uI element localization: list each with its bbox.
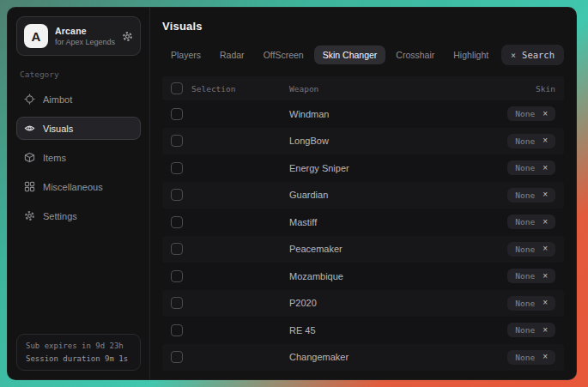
skin-value: None	[515, 136, 535, 146]
skin-badge[interactable]: None×	[507, 242, 555, 257]
skin-value: None	[515, 163, 535, 172]
clear-skin-icon[interactable]: ×	[543, 136, 548, 145]
weapon-name: Windman	[289, 109, 461, 119]
skin-badge[interactable]: None×	[507, 215, 555, 229]
skin-value: None	[515, 299, 535, 308]
brand-card: A Arcane for Apex Legends	[16, 16, 141, 56]
tab-bar: Players Radar OffScreen Skin Changer Cro…	[162, 45, 564, 65]
gear-icon	[24, 210, 35, 221]
main-panel: Visuals Players Radar OffScreen Skin Cha…	[150, 8, 576, 379]
search-button-label: Search	[522, 50, 555, 60]
weapon-name: Mozambique	[289, 271, 461, 281]
table-row: P2020 None×	[162, 290, 564, 317]
sub-expires-text: Sub expires in 9d 23h	[26, 342, 131, 350]
row-checkbox[interactable]	[171, 270, 183, 282]
box-icon	[24, 152, 35, 163]
table-row: Guardian None×	[162, 182, 564, 209]
app-window: A Arcane for Apex Legends Category Aimbo…	[7, 7, 577, 380]
weapon-name: Energy Sniper	[289, 163, 461, 173]
row-checkbox[interactable]	[171, 189, 183, 201]
skin-badge[interactable]: None×	[507, 296, 555, 311]
page-title: Visuals	[162, 20, 564, 33]
sidebar-item-aimbot[interactable]: Aimbot	[16, 88, 141, 111]
skin-value: None	[515, 353, 535, 362]
skin-badge[interactable]: None×	[507, 106, 555, 121]
skin-badge[interactable]: None×	[507, 160, 555, 175]
tab-offscreen[interactable]: OffScreen	[255, 45, 312, 64]
clear-skin-icon[interactable]: ×	[543, 110, 548, 118]
skin-badge[interactable]: None×	[507, 323, 555, 337]
tab-skin-changer[interactable]: Skin Changer	[314, 45, 386, 64]
search-button[interactable]: × Search	[501, 45, 564, 65]
tab-highlight[interactable]: Highlight	[445, 45, 497, 64]
row-checkbox[interactable]	[171, 162, 183, 174]
sidebar-item-miscellaneous[interactable]: Miscellaneous	[16, 175, 141, 198]
row-checkbox[interactable]	[171, 297, 183, 309]
skin-badge[interactable]: None×	[507, 350, 555, 365]
table-row: Mastiff None×	[162, 209, 564, 236]
subscription-card: Sub expires in 9d 23h Session duration 9…	[16, 334, 141, 371]
header-weapon: Weapon	[289, 84, 461, 94]
tab-radar[interactable]: Radar	[211, 45, 253, 64]
skin-value: None	[515, 109, 535, 118]
header-skin: Skin	[461, 84, 564, 94]
weapon-name: Guardian	[289, 190, 461, 200]
row-checkbox[interactable]	[171, 351, 183, 363]
clear-skin-icon[interactable]: ×	[543, 218, 548, 227]
header-selection: Selection	[191, 84, 235, 94]
skin-value: None	[515, 271, 535, 281]
row-checkbox[interactable]	[171, 108, 183, 120]
sidebar-item-label: Miscellaneous	[43, 182, 103, 192]
grid-icon	[24, 181, 35, 192]
tab-crosshair[interactable]: Crosshair	[387, 45, 443, 64]
skin-value: None	[515, 217, 535, 227]
clear-skin-icon[interactable]: ×	[543, 245, 548, 253]
app-logo: A	[24, 24, 48, 48]
weapon-name: LongBow	[289, 136, 461, 146]
brand-text: Arcane for Apex Legends	[55, 26, 115, 46]
weapon-name: Mastiff	[289, 217, 461, 227]
app-name: Arcane	[55, 26, 115, 36]
weapon-name: Changemaker	[289, 352, 461, 362]
sidebar-item-label: Items	[43, 153, 66, 163]
row-checkbox[interactable]	[171, 324, 183, 336]
select-all-checkbox[interactable]	[171, 82, 183, 94]
sidebar-item-items[interactable]: Items	[16, 146, 141, 169]
sidebar-item-label: Settings	[43, 211, 77, 221]
row-checkbox[interactable]	[171, 135, 183, 147]
sidebar-item-visuals[interactable]: Visuals	[16, 117, 141, 140]
skin-badge[interactable]: None×	[507, 269, 555, 283]
clear-skin-icon[interactable]: ×	[543, 326, 548, 335]
clear-skin-icon[interactable]: ×	[543, 164, 548, 172]
sidebar-item-label: Visuals	[43, 124, 73, 134]
clear-skin-icon[interactable]: ×	[543, 353, 548, 361]
row-checkbox[interactable]	[171, 243, 183, 255]
table-row: Energy Sniper None×	[162, 154, 564, 182]
weapon-name: Peacemaker	[289, 244, 461, 254]
skin-badge[interactable]: None×	[507, 134, 555, 148]
crosshair-icon	[24, 94, 35, 105]
clear-skin-icon[interactable]: ×	[543, 190, 548, 199]
session-duration-text: Session duration 9m 1s	[26, 354, 131, 363]
table-row: Changemaker None×	[162, 344, 564, 372]
row-checkbox[interactable]	[171, 216, 183, 228]
brand-gear-icon[interactable]	[122, 31, 133, 42]
skin-value: None	[515, 325, 535, 335]
sidebar-item-settings[interactable]: Settings	[16, 204, 141, 227]
skin-value: None	[515, 190, 535, 200]
clear-skin-icon[interactable]: ×	[543, 272, 548, 281]
table-row: RE 45 None×	[162, 317, 564, 344]
eye-icon	[24, 123, 35, 134]
skin-table: Selection Weapon Skin Windman None× Long…	[162, 76, 564, 371]
weapon-name: P2020	[289, 298, 461, 308]
table-row: Windman None×	[162, 100, 564, 128]
clear-skin-icon[interactable]: ×	[543, 299, 548, 307]
tab-players[interactable]: Players	[162, 45, 209, 64]
table-header-row: Selection Weapon Skin	[162, 76, 564, 100]
skin-value: None	[515, 245, 535, 254]
table-row: Peacemaker None×	[162, 236, 564, 263]
sidebar-item-label: Aimbot	[43, 94, 72, 105]
sidebar: A Arcane for Apex Legends Category Aimbo…	[8, 8, 150, 379]
search-shortcut-icon: ×	[511, 51, 516, 60]
skin-badge[interactable]: None×	[507, 188, 555, 203]
